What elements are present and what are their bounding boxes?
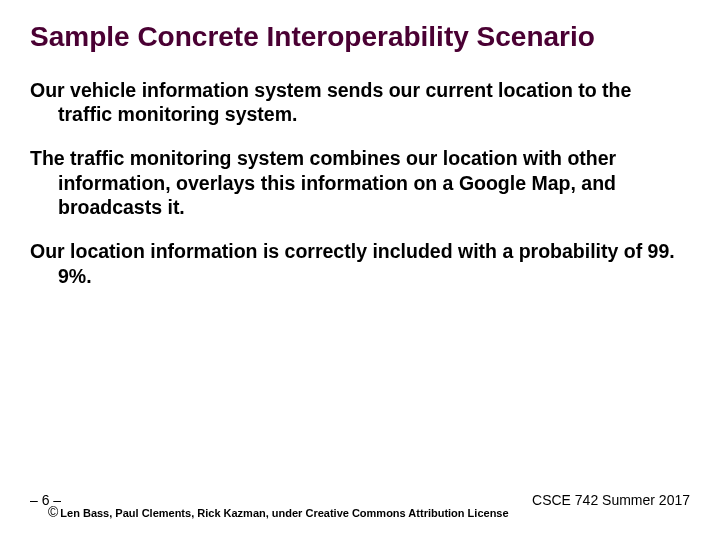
copyright-text: Len Bass, Paul Clements, Rick Kazman, un… bbox=[60, 507, 508, 519]
paragraph-3: Our location information is correctly in… bbox=[30, 239, 690, 288]
paragraph-1: Our vehicle information system sends our… bbox=[30, 78, 690, 127]
paragraph-text: Our vehicle information system sends our… bbox=[30, 78, 690, 127]
slide-container: Sample Concrete Interoperability Scenari… bbox=[0, 0, 720, 540]
course-label: CSCE 742 Summer 2017 bbox=[532, 492, 690, 508]
copyright-line: ©Len Bass, Paul Clements, Rick Kazman, u… bbox=[48, 504, 509, 520]
footer: – 6 – CSCE 742 Summer 2017 ©Len Bass, Pa… bbox=[30, 492, 690, 526]
paragraph-text: The traffic monitoring system combines o… bbox=[30, 146, 690, 219]
slide-title: Sample Concrete Interoperability Scenari… bbox=[30, 20, 690, 54]
copyright-symbol: © bbox=[48, 504, 58, 520]
paragraph-text: Our location information is correctly in… bbox=[30, 239, 690, 288]
paragraph-2: The traffic monitoring system combines o… bbox=[30, 146, 690, 219]
